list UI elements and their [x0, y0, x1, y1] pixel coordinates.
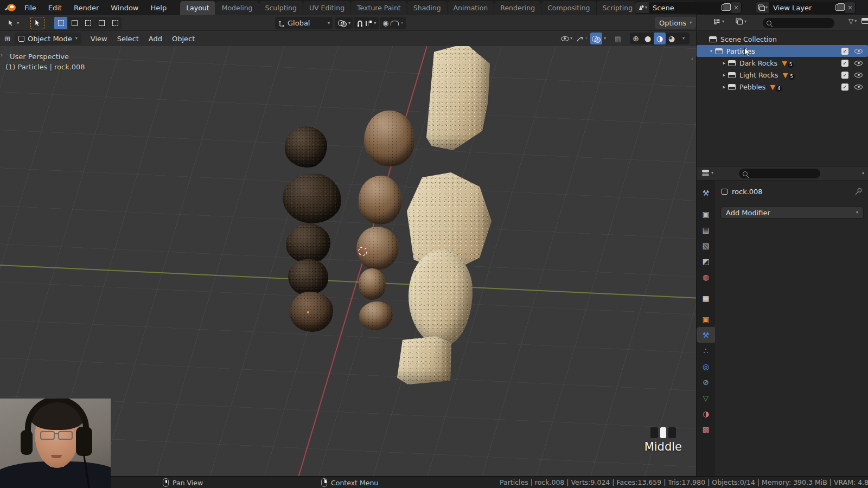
- view-layer-browse-button[interactable]: ▾: [756, 2, 769, 14]
- chevron-down-icon[interactable]: ▾: [604, 36, 606, 41]
- shading-solid-button[interactable]: ●: [642, 33, 654, 44]
- tab-rendering[interactable]: Rendering: [494, 1, 541, 15]
- light-rock-1[interactable]: [426, 46, 490, 150]
- tab-texture-paint[interactable]: Texture Paint: [351, 1, 407, 15]
- outliner-row-particles[interactable]: ▾ Particles ✓: [697, 45, 868, 57]
- properties-tab-object[interactable]: ▣: [697, 311, 715, 327]
- falloff-curve-icon[interactable]: [391, 21, 399, 25]
- light-rock-4[interactable]: [397, 336, 451, 384]
- new-view-layer-icon[interactable]: [835, 4, 841, 11]
- select-mode-extend[interactable]: [68, 17, 81, 29]
- gizmos-dropdown[interactable]: ▾: [575, 33, 589, 44]
- tool-editor-menu[interactable]: ▾: [4, 17, 22, 29]
- mid-rock-1[interactable]: [364, 111, 414, 166]
- select-mode-subtract[interactable]: [81, 17, 94, 29]
- pivot-point-dropdown[interactable]: ▾: [335, 17, 353, 29]
- xray-toggle[interactable]: ▦: [612, 33, 624, 44]
- scene-browse-button[interactable]: ▾: [635, 2, 649, 14]
- outliner-filter-dropdown[interactable]: ▽ ▾: [848, 18, 857, 24]
- select-mode-new[interactable]: [54, 17, 67, 29]
- magnet-icon[interactable]: [356, 20, 363, 27]
- properties-tab-collection[interactable]: ▦: [697, 290, 715, 306]
- properties-tab-modifiers[interactable]: ⚒: [697, 327, 715, 343]
- light-rock-3[interactable]: [409, 250, 473, 346]
- eye-icon[interactable]: [854, 85, 863, 89]
- dark-rock-1[interactable]: [285, 126, 327, 168]
- outliner-row-dark-rocks[interactable]: ▸ Dark Rocks ▼ 5 ✓: [697, 57, 868, 69]
- properties-tab-output[interactable]: ▤: [697, 222, 715, 237]
- menu-help[interactable]: Help: [146, 2, 172, 14]
- toolbar-expand-icon[interactable]: ›: [1, 52, 3, 58]
- dark-rock-2[interactable]: [283, 174, 341, 223]
- shading-wireframe-button[interactable]: ⊕: [630, 33, 642, 44]
- snap-increment-icon[interactable]: [366, 21, 372, 26]
- properties-tab-texture[interactable]: ▩: [697, 421, 715, 437]
- properties-tab-tool[interactable]: ⚒: [697, 185, 715, 201]
- mid-rock-4[interactable]: [359, 268, 386, 300]
- shading-dropdown[interactable]: ▾: [678, 33, 690, 44]
- expand-triangle-icon[interactable]: ▸: [720, 61, 728, 66]
- transform-orientation-dropdown[interactable]: Global ▾: [275, 17, 333, 29]
- new-collection-button[interactable]: [861, 18, 868, 24]
- tab-shading[interactable]: Shading: [407, 1, 447, 15]
- properties-tab-particles[interactable]: ∴: [697, 343, 715, 358]
- chevron-down-icon[interactable]: ▾: [374, 21, 376, 25]
- properties-search-input[interactable]: [739, 169, 820, 178]
- object-visibility-dropdown[interactable]: ▾: [560, 33, 573, 44]
- properties-tab-scene[interactable]: ◩: [697, 253, 715, 269]
- shading-rendered-button[interactable]: ◕: [666, 33, 678, 44]
- checkbox-icon[interactable]: ✓: [841, 48, 848, 55]
- scene-unlink-button[interactable]: ×: [731, 2, 742, 14]
- eye-icon[interactable]: [854, 73, 863, 78]
- shading-material-button[interactable]: ◑: [654, 33, 666, 44]
- checkbox-icon[interactable]: ✓: [841, 60, 848, 67]
- select-mode-invert[interactable]: [95, 17, 108, 29]
- view-layer-name-field[interactable]: View Layer: [769, 2, 845, 14]
- properties-tab-physics[interactable]: ◎: [697, 358, 715, 374]
- outliner-row-pebbles[interactable]: ▸ Pebbles ▼ 4 ✓: [697, 81, 868, 93]
- checkbox-icon[interactable]: ✓: [841, 84, 848, 91]
- expand-triangle-icon[interactable]: ▸: [720, 85, 728, 89]
- proportional-edit-icon[interactable]: ◉: [382, 20, 388, 27]
- menu-add[interactable]: Add: [144, 33, 167, 44]
- dark-rock-3[interactable]: [286, 223, 330, 264]
- pin-icon[interactable]: [854, 188, 863, 196]
- editor-type-dropdown[interactable]: ⊞: [4, 35, 10, 42]
- properties-tab-data[interactable]: ▽: [697, 390, 715, 406]
- outliner-row-scene-collection[interactable]: Scene Collection: [697, 33, 868, 45]
- menu-view[interactable]: View: [86, 33, 112, 44]
- tab-sculpting[interactable]: Sculpting: [259, 1, 303, 15]
- tab-compositing[interactable]: Compositing: [541, 1, 596, 15]
- tab-scripting[interactable]: Scripting: [597, 1, 639, 15]
- outliner-filter-view-layer-dropdown[interactable]: ▾: [736, 18, 746, 25]
- mid-rock-5[interactable]: [359, 301, 393, 330]
- tab-uv-editing[interactable]: UV Editing: [303, 1, 350, 15]
- tab-animation[interactable]: Animation: [448, 1, 494, 15]
- outliner-search-input[interactable]: [763, 18, 834, 28]
- collapse-triangle-icon[interactable]: ▾: [707, 49, 715, 54]
- tab-modeling[interactable]: Modeling: [216, 1, 259, 15]
- options-dropdown[interactable]: Options ▾: [655, 17, 696, 29]
- dark-rock-5[interactable]: [290, 292, 333, 332]
- eye-icon[interactable]: [854, 61, 863, 66]
- add-modifier-dropdown[interactable]: Add Modifier ▾: [720, 207, 864, 219]
- menu-edit[interactable]: Edit: [43, 2, 67, 14]
- properties-tab-world[interactable]: ◍: [697, 269, 715, 285]
- chevron-down-icon[interactable]: ▾: [862, 171, 864, 176]
- properties-tab-view-layer[interactable]: ▧: [697, 237, 715, 253]
- dark-rock-4[interactable]: [288, 259, 328, 295]
- properties-editor-dropdown[interactable]: ▾: [702, 169, 713, 177]
- select-tool-button[interactable]: [30, 17, 44, 29]
- blender-logo-icon[interactable]: [3, 2, 17, 13]
- new-scene-icon[interactable]: [722, 4, 727, 11]
- menu-file[interactable]: File: [20, 2, 41, 14]
- sidebar-collapse-icon[interactable]: ‹: [691, 56, 693, 62]
- outliner-display-mode-dropdown[interactable]: ▾: [713, 18, 724, 25]
- select-mode-intersect[interactable]: [108, 17, 122, 29]
- checkbox-icon[interactable]: ✓: [841, 72, 848, 79]
- mid-rock-2[interactable]: [359, 176, 402, 224]
- view-layer-remove-button[interactable]: ×: [845, 2, 856, 14]
- properties-tab-render[interactable]: ▣: [697, 206, 715, 222]
- menu-select[interactable]: Select: [112, 33, 144, 44]
- menu-window[interactable]: Window: [106, 2, 143, 14]
